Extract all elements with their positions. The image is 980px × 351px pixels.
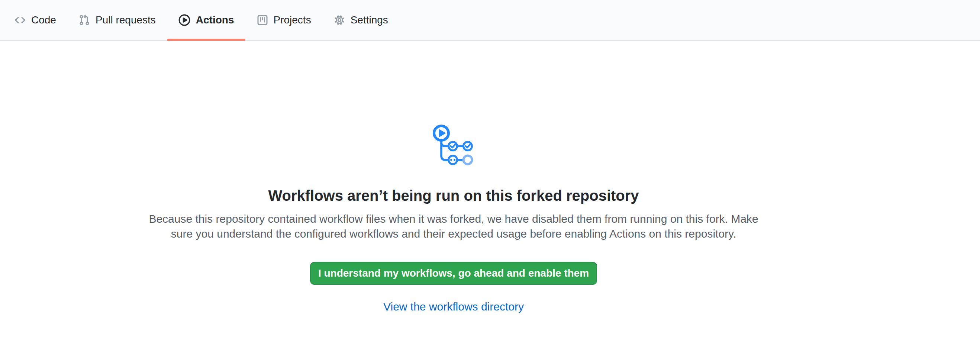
play-circle-icon (178, 14, 191, 26)
gear-icon (334, 14, 345, 26)
project-icon (256, 14, 269, 26)
tab-projects-label: Projects (274, 14, 311, 26)
tab-pull-requests-label: Pull requests (95, 14, 156, 26)
tab-pull-requests[interactable]: Pull requests (67, 0, 167, 40)
tab-projects[interactable]: Projects (245, 0, 322, 40)
view-workflows-directory-link[interactable]: View the workflows directory (383, 300, 524, 313)
tab-settings[interactable]: Settings (322, 0, 399, 40)
workflow-graph-icon (433, 125, 474, 168)
tab-code-label: Code (31, 14, 56, 26)
tab-settings-label: Settings (351, 14, 388, 26)
code-icon (14, 14, 26, 26)
enable-workflows-button[interactable]: I understand my workflows, go ahead and … (310, 262, 597, 285)
blankslate-description-line2: sure you understand the configured workf… (171, 227, 736, 240)
blankslate-heading: Workflows aren’t being run on this forke… (268, 186, 639, 205)
blankslate-description-line1: Because this repository contained workfl… (149, 213, 758, 225)
actions-blankslate: Workflows aren’t being run on this forke… (0, 41, 980, 313)
blankslate-description: Because this repository contained workfl… (149, 211, 758, 241)
tab-actions[interactable]: Actions (167, 0, 245, 40)
pull-request-icon (78, 14, 90, 26)
tab-actions-label: Actions (196, 14, 234, 26)
tab-code[interactable]: Code (3, 0, 67, 40)
repo-tab-bar: Code Pull requests Actions (0, 0, 980, 41)
